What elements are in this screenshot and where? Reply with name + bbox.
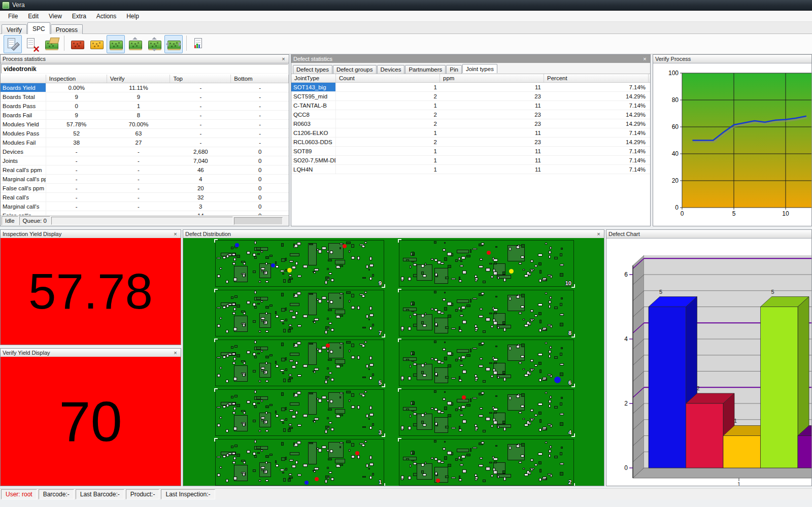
board-move-vertical-button[interactable] [145,35,163,53]
close-icon[interactable]: × [280,56,287,62]
defect-tab-defect-types[interactable]: Defect types [293,65,332,74]
verify-yield-titlebar[interactable]: Verify Yield Display × [1,349,181,357]
statistics-chart-button[interactable] [190,35,209,53]
pcb-component [493,418,495,421]
defect-tab-defect-groups[interactable]: Defect groups [333,65,377,74]
pcb-board-9[interactable]: 9 [215,240,384,287]
close-icon[interactable]: × [595,231,602,238]
pcb-component [561,248,563,250]
defect-tab-partnumbers[interactable]: Partnumbers [405,65,446,74]
pcb-component [445,476,449,478]
pcb-component [421,272,423,274]
tab-verify[interactable]: Verify [2,24,27,35]
process-statistics-titlebar[interactable]: Process statistics × [1,55,289,63]
pcb-component [451,278,456,280]
board-pass-view-button[interactable] [107,35,125,53]
pcb-board-1[interactable]: 1 [215,439,384,486]
table-row[interactable]: SO20-7,5MM-DDS1117.14% [291,156,650,165]
pcb-component [521,393,525,396]
tab-spc[interactable]: SPC [27,22,50,34]
svg-text:1: 1 [734,418,737,424]
pcb-component [217,257,221,259]
board-warn-view-button[interactable] [87,35,106,53]
pcb-component [527,421,530,424]
cell-value: - [231,102,289,110]
defect-tab-pin[interactable]: Pin [446,65,462,74]
table-row[interactable]: Real call's ppm--460 [1,165,289,175]
tab-process[interactable]: Process [51,24,83,35]
pcb-component [560,413,564,415]
table-row[interactable]: LQH4N1117.14% [291,165,650,174]
table-row[interactable]: Boards Total99-- [1,92,289,102]
table-row[interactable]: QCC822314.29% [291,110,650,119]
table-row[interactable]: Real call's--320 [1,193,289,202]
pcb-board-7[interactable]: 7 [215,290,384,336]
table-row[interactable]: Devices--2,6800 [1,147,289,156]
pcb-component [401,326,404,330]
table-row[interactable]: Boards Yield0.00%11.11%-- [1,83,289,92]
pcb-component [351,344,354,347]
board-fail-view-button[interactable] [68,35,86,53]
delete-report-button[interactable]: × [23,35,41,53]
pcb-board-2[interactable]: 2 [399,439,574,486]
table-row[interactable]: SOT143_big1117.14% [291,83,650,92]
table-row[interactable]: C-TANTAL-B1117.14% [291,101,650,110]
pcb-component [493,309,498,311]
pcb-board-10[interactable]: 10 [399,240,574,287]
defect-distribution-canvas[interactable]: 91078563412 [183,238,604,486]
table-row[interactable]: Modules Pass5263-- [1,129,289,138]
pcb-component [290,452,300,455]
table-row[interactable]: SOT891117.14% [291,147,650,156]
table-row[interactable]: R060322314.29% [291,119,650,128]
pcb-component [548,424,551,425]
defect-statistics-titlebar[interactable]: Defect statistics × [291,55,650,63]
pcb-board-5[interactable]: 5 [215,340,384,386]
menu-help[interactable]: Help [121,11,144,21]
pcb-board-4[interactable]: 4 [399,389,574,436]
table-row[interactable]: SCT595_mid22314.29% [291,92,650,101]
pcb-board-6[interactable]: 6 [399,340,574,386]
pcb-component [327,417,329,419]
table-row[interactable]: Marginal call's ppm--40 [1,175,289,184]
pcb-component [327,278,329,281]
pcb-board-3[interactable]: 3 [215,389,384,436]
table-row[interactable]: RCL0603-DDS22314.29% [291,138,650,147]
menu-actions[interactable]: Actions [91,11,121,21]
board-move-up-button[interactable] [126,35,144,53]
close-icon[interactable]: × [641,56,649,62]
board-fit-width-button[interactable] [164,35,183,53]
pcb-component [560,452,562,455]
board-number: 7 [379,330,382,336]
menu-view[interactable]: View [44,11,67,21]
defect-chart-titlebar[interactable]: Defect Chart [606,230,811,239]
table-row[interactable]: Marginal call's--30 [1,202,289,211]
verify-process-titlebar[interactable]: Verify Process [653,55,811,63]
table-row[interactable]: C1206-ELKO1117.14% [291,128,650,138]
defect-distribution-titlebar[interactable]: Defect Distribution × [183,230,604,239]
pcb-component [322,346,326,349]
defect-tab-devices[interactable]: Devices [377,65,405,74]
cell-value: - [107,147,171,156]
inspection-yield-titlebar[interactable]: Inspection Yield Display × [1,230,181,239]
menu-extra[interactable]: Extra [67,11,91,21]
close-icon[interactable]: × [172,231,179,238]
edit-report-button[interactable] [4,35,22,53]
table-row[interactable]: Boards Fail98-- [1,111,289,120]
board-number: 5 [379,380,382,386]
pcb-board-8[interactable]: 8 [399,290,574,336]
table-row[interactable]: Modules Yield57.78%70.00%-- [1,120,289,129]
pcb-component [549,255,551,258]
window-titlebar[interactable]: Vera [0,0,812,11]
table-row[interactable]: Modules Fail3827-- [1,138,289,147]
menu-file[interactable]: File [3,11,23,21]
menu-edit[interactable]: Edit [23,11,44,21]
pcb-component [295,262,298,265]
close-icon[interactable]: × [172,350,179,356]
table-row[interactable]: Joints--7,0400 [1,156,289,165]
table-row[interactable]: False call's ppm--200 [1,184,289,193]
import-board-button[interactable] [42,35,60,53]
pcb-component [253,420,256,422]
table-row[interactable]: Boards Pass01-- [1,102,289,111]
pcb-component [290,253,300,256]
defect-tab-joint-types[interactable]: Joint types [462,64,497,73]
